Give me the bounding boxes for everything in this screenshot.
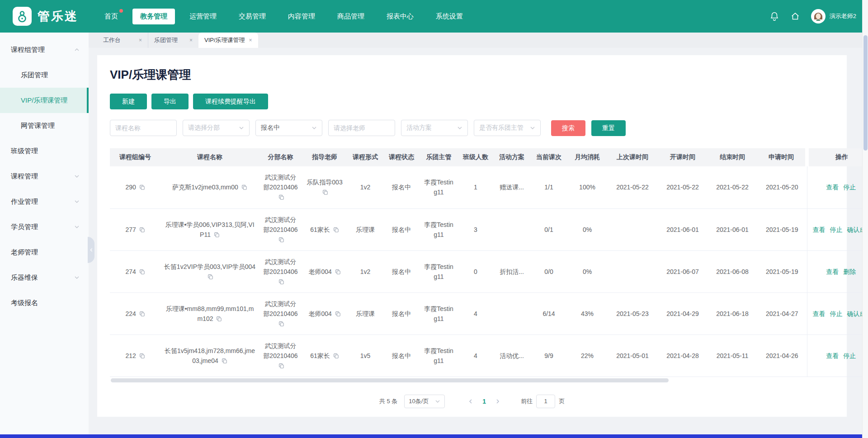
- goto-page-input[interactable]: [536, 395, 555, 408]
- renew-export-button[interactable]: 课程续费提醒导出: [193, 94, 268, 109]
- copy-icon[interactable]: [335, 269, 341, 275]
- nav-item-operation[interactable]: 运营管理: [182, 9, 224, 24]
- activity-select[interactable]: 活动方案: [401, 120, 468, 136]
- copy-icon[interactable]: [278, 237, 284, 243]
- sidebar-item-class[interactable]: 班级管理: [0, 138, 89, 164]
- sidebar-item-course-group[interactable]: 课程组管理: [0, 37, 89, 62]
- chevron-down-icon: [74, 275, 80, 280]
- copy-icon[interactable]: [139, 311, 145, 317]
- next-page-icon[interactable]: [495, 399, 500, 404]
- nav-item-report[interactable]: 报表中心: [379, 9, 421, 24]
- pager: 1: [468, 398, 500, 405]
- sidebar-item-label: 班级管理: [11, 147, 80, 155]
- cell-id: 277: [110, 208, 160, 250]
- avatar: [811, 9, 826, 24]
- nav-item-trade[interactable]: 交易管理: [231, 9, 274, 24]
- copy-icon[interactable]: [208, 274, 213, 280]
- tab-close-icon[interactable]: ×: [249, 37, 252, 43]
- sidebar: 课程组管理乐团管理VIP/乐理课管理网管课管理班级管理课程管理作业管理学员管理老…: [0, 33, 89, 438]
- sidebar-item-teacher[interactable]: 老师管理: [0, 240, 89, 265]
- nav-item-home[interactable]: 首页: [97, 9, 126, 24]
- nav-item-system[interactable]: 系统设置: [428, 9, 471, 24]
- teacher-input[interactable]: [328, 120, 395, 136]
- sidebar-item-course[interactable]: 课程管理: [0, 164, 89, 189]
- nav-item-content[interactable]: 内容管理: [280, 9, 323, 24]
- copy-icon[interactable]: [139, 227, 145, 233]
- sidebar-item-instrument[interactable]: 乐器维保: [0, 265, 89, 290]
- tab-vip-course[interactable]: VIP/乐理课管理×: [198, 33, 258, 48]
- reset-button[interactable]: 重置: [591, 120, 626, 136]
- row-action-delete[interactable]: 删除: [843, 268, 856, 275]
- sidebar-item-label: 课程组管理: [11, 46, 74, 54]
- row-action-stop[interactable]: 停止: [843, 184, 856, 191]
- search-button[interactable]: 搜索: [551, 120, 585, 136]
- cell-apply_date: 2021-05-19: [757, 208, 807, 250]
- row-action-stop[interactable]: 停止: [830, 310, 843, 317]
- copy-icon[interactable]: [335, 311, 341, 317]
- copy-icon[interactable]: [333, 353, 339, 359]
- cell-actions: 查看停止确认成课: [807, 292, 868, 334]
- copy-icon[interactable]: [333, 227, 339, 233]
- copy-icon[interactable]: [139, 184, 145, 190]
- nav-item-academic[interactable]: 教务管理: [132, 9, 175, 24]
- current-page[interactable]: 1: [482, 398, 486, 405]
- prev-page-icon[interactable]: [468, 399, 473, 404]
- copy-icon[interactable]: [278, 194, 284, 200]
- cell-current_lesson: 0/1: [530, 208, 567, 250]
- sidebar-collapse-handle[interactable]: [88, 237, 94, 263]
- nav-item-goods[interactable]: 商品管理: [330, 9, 372, 24]
- user-menu[interactable]: 演示老师2: [811, 9, 856, 24]
- export-button[interactable]: 导出: [151, 94, 189, 109]
- brand-logo[interactable]: 管乐迷: [13, 7, 86, 26]
- sidebar-item-homework[interactable]: 作业管理: [0, 189, 89, 214]
- copy-icon[interactable]: [278, 279, 284, 285]
- copy-icon[interactable]: [214, 232, 220, 238]
- sidebar-item-online-course[interactable]: 网管课管理: [0, 113, 89, 138]
- copy-icon[interactable]: [216, 316, 222, 322]
- vertical-scrollbar-thumb[interactable]: [863, 35, 868, 151]
- row-action-stop[interactable]: 停止: [843, 352, 856, 359]
- new-button[interactable]: 新建: [110, 94, 147, 109]
- cell-current_lesson: 1/1: [530, 166, 567, 208]
- row-action-view[interactable]: 查看: [813, 310, 826, 317]
- horizontal-scrollbar-thumb[interactable]: [111, 378, 669, 382]
- copy-icon[interactable]: [139, 353, 145, 359]
- sidebar-item-label: 老师管理: [11, 248, 80, 257]
- cell-end_date: 2021-05-22: [708, 166, 757, 208]
- tab-label: VIP/乐理课管理: [204, 36, 245, 44]
- copy-icon[interactable]: [322, 189, 328, 195]
- sidebar-item-exam[interactable]: 考级报名: [0, 290, 89, 316]
- notification-dot: [119, 9, 123, 13]
- sidebar-item-vip-course[interactable]: VIP/乐理课管理: [0, 88, 89, 113]
- cell-status: 报名中: [383, 250, 420, 292]
- col-10: 月均消耗: [567, 148, 607, 166]
- home-icon[interactable]: [790, 11, 800, 21]
- sidebar-item-orchestra[interactable]: 乐团管理: [0, 62, 89, 88]
- copy-icon[interactable]: [139, 269, 145, 275]
- branch-select[interactable]: 请选择分部: [183, 120, 250, 136]
- row-action-view[interactable]: 查看: [826, 352, 839, 359]
- sidebar-item-student[interactable]: 学员管理: [0, 214, 89, 240]
- bell-icon[interactable]: [769, 11, 779, 21]
- row-action-stop[interactable]: 停止: [830, 226, 843, 233]
- has-manager-select[interactable]: 是否有乐团主管: [474, 120, 541, 136]
- course-name-input[interactable]: [110, 120, 177, 136]
- tab-close-icon[interactable]: ×: [139, 37, 142, 43]
- copy-icon[interactable]: [222, 358, 227, 364]
- row-action-view[interactable]: 查看: [826, 184, 839, 191]
- vertical-scrollbar[interactable]: [862, 0, 868, 438]
- copy-icon[interactable]: [278, 321, 284, 327]
- pagination: 共 5 条 10条/页 1: [110, 395, 834, 408]
- page-card: VIP/乐理课管理 新建导出课程续费提醒导出 请选择分部报名中活动方案是否有乐团…: [97, 55, 847, 417]
- copy-icon[interactable]: [241, 184, 247, 190]
- cell-status: 报名中: [383, 166, 420, 208]
- tab-close-icon[interactable]: ×: [189, 37, 193, 43]
- row-action-view[interactable]: 查看: [813, 226, 826, 233]
- tab-workbench[interactable]: 工作台×: [97, 33, 148, 48]
- cell-last_class: 2021-05-23: [607, 292, 658, 334]
- tab-orchestra[interactable]: 乐团管理×: [148, 33, 198, 48]
- row-action-view[interactable]: 查看: [826, 268, 839, 275]
- course-status-select[interactable]: 报名中: [255, 120, 322, 136]
- page-size-select[interactable]: 10条/页: [404, 395, 445, 408]
- copy-icon[interactable]: [278, 363, 284, 369]
